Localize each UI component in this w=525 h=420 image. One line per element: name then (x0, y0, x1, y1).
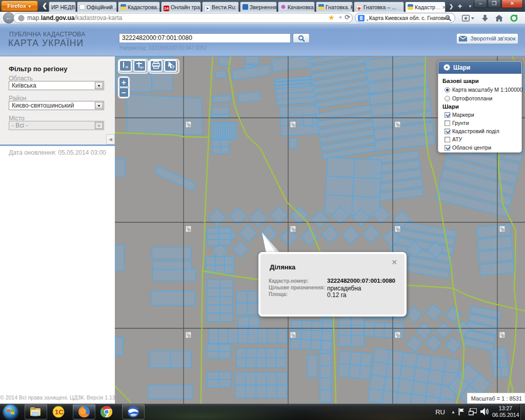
svg-text:м²: м² (140, 66, 144, 69)
svg-text:м: м (126, 65, 128, 69)
svg-text:?: ? (172, 65, 175, 69)
svg-text:1С: 1С (55, 408, 64, 416)
